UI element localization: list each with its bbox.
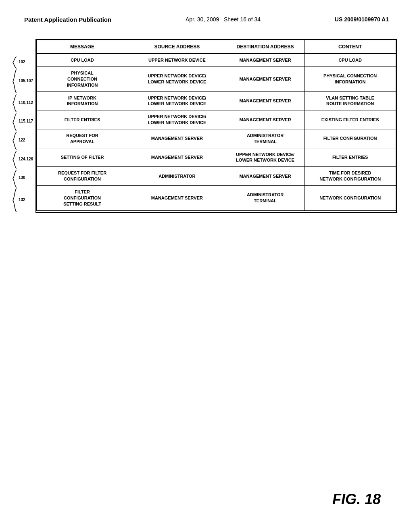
message-cell: FILTER ENTRIES: [37, 110, 128, 129]
table-row: CPU LOADUPPER NETWORK DEVICEMANAGEMENT S…: [37, 54, 396, 66]
dest-cell: MANAGEMENT SERVER: [226, 110, 304, 129]
message-cell: FILTERCONFIGURATIONSETTING RESULT: [37, 186, 128, 211]
row-number: 132: [19, 197, 25, 202]
dest-cell: MANAGEMENT SERVER: [226, 67, 304, 92]
label-entry-row-124-126: 124,126: [12, 150, 33, 169]
table-row: IP NETWORKINFORMATIONUPPER NETWORK DEVIC…: [37, 91, 396, 110]
brace-icon: [12, 131, 18, 150]
data-table-container: MESSAGE SOURCE ADDRESS DESTINATION ADDRE…: [35, 39, 397, 213]
dest-cell: MANAGEMENT SERVER: [226, 91, 304, 110]
brace-icon: [12, 188, 18, 213]
content-cell: PHYSICAL CONNECTIONINFORMATION: [305, 67, 396, 92]
source-cell: MANAGEMENT SERVER: [128, 148, 226, 167]
publication-date-sheet: Apr. 30, 2009 Sheet 16 of 34: [186, 16, 261, 23]
source-cell: UPPER NETWORK DEVICE: [128, 54, 226, 66]
message-cell: IP NETWORKINFORMATION: [37, 91, 128, 110]
message-cell: REQUEST FORAPPROVAL: [37, 129, 128, 148]
message-cell: SETTING OF FILTER: [37, 148, 128, 167]
message-cell: REQUEST FOR FILTERCONFIGURATION: [37, 167, 128, 186]
data-table: MESSAGE SOURCE ADDRESS DESTINATION ADDRE…: [36, 40, 396, 211]
table-row: FILTERCONFIGURATIONSETTING RESULTMANAGEM…: [37, 186, 396, 211]
content-cell: CPU LOAD: [305, 54, 396, 66]
row-number: 105,107: [19, 79, 33, 83]
dest-cell: ADMINISTRATORTERMINAL: [226, 186, 304, 211]
col-header-source: SOURCE ADDRESS: [128, 40, 226, 54]
content-cell: EXISTING FILTER ENTRIES: [305, 110, 396, 129]
row-labels-column: 102105,107110,112115,117122124,126130132: [12, 39, 33, 213]
content-cell: NETWORK CONFIGURATION: [305, 186, 396, 211]
source-cell: MANAGEMENT SERVER: [128, 186, 226, 211]
dest-cell: MANAGEMENT SERVER: [226, 54, 304, 66]
content-cell: FILTER CONFIGURATION: [305, 129, 396, 148]
source-cell: ADMINISTRATOR: [128, 167, 226, 186]
label-entry-row-105-107: 105,107: [12, 69, 33, 94]
table-row: REQUEST FORAPPROVALMANAGEMENT SERVERADMI…: [37, 129, 396, 148]
label-entry-row-102: 102: [12, 56, 33, 69]
label-entry-row-122: 122: [12, 131, 33, 150]
brace-icon: [12, 94, 18, 113]
row-number: 124,126: [19, 157, 33, 161]
row-number: 110,112: [19, 100, 33, 105]
content-cell: FILTER ENTRIES: [305, 148, 396, 167]
main-content-area: 102105,107110,112115,117122124,126130132…: [0, 31, 413, 229]
brace-icon: [12, 69, 18, 94]
brace-icon: [12, 169, 18, 188]
row-number: 102: [19, 60, 25, 64]
source-cell: UPPER NETWORK DEVICE/LOWER NETWORK DEVIC…: [128, 91, 226, 110]
source-cell: UPPER NETWORK DEVICE/LOWER NETWORK DEVIC…: [128, 110, 226, 129]
table-row: FILTER ENTRIESUPPER NETWORK DEVICE/LOWER…: [37, 110, 396, 129]
label-entry-row-132: 132: [12, 188, 33, 213]
row-number: 122: [19, 138, 25, 142]
row-number: 130: [19, 175, 25, 180]
message-cell: CPU LOAD: [37, 54, 128, 66]
label-entry-row-115-117: 115,117: [12, 113, 33, 132]
message-cell: PHYSICALCONNECTIONINFORMATION: [37, 67, 128, 92]
col-header-content: CONTENT: [305, 40, 396, 54]
label-entry-row-130: 130: [12, 169, 33, 188]
figure-label: FIG. 18: [332, 491, 381, 508]
source-cell: MANAGEMENT SERVER: [128, 129, 226, 148]
col-header-message: MESSAGE: [37, 40, 128, 54]
dest-cell: MANAGEMENT SERVER: [226, 167, 304, 186]
dest-cell: UPPER NETWORK DEVICE/LOWER NETWORK DEVIC…: [226, 148, 304, 167]
sheet-info: Sheet 16 of 34: [224, 16, 261, 23]
brace-icon: [12, 113, 18, 132]
col-header-destination: DESTINATION ADDRESS: [226, 40, 304, 54]
publication-number: US 2009/0109970 A1: [335, 16, 389, 23]
dest-cell: ADMINISTRATORTERMINAL: [226, 129, 304, 148]
brace-icon: [12, 56, 18, 69]
table-header-row: MESSAGE SOURCE ADDRESS DESTINATION ADDRE…: [37, 40, 396, 54]
source-cell: UPPER NETWORK DEVICE/LOWER NETWORK DEVIC…: [128, 67, 226, 92]
content-cell: VLAN SETTING TABLEROUTE INFORMATION: [305, 91, 396, 110]
pub-date: Apr. 30, 2009: [186, 16, 219, 23]
content-cell: TIME FOR DESIREDNETWORK CONFIGURATION: [305, 167, 396, 186]
table-row: PHYSICALCONNECTIONINFORMATIONUPPER NETWO…: [37, 67, 396, 92]
table-row: REQUEST FOR FILTERCONFIGURATIONADMINISTR…: [37, 167, 396, 186]
brace-icon: [12, 150, 18, 169]
label-entry-row-110-112: 110,112: [12, 94, 33, 113]
publication-title: Patent Application Publication: [24, 16, 111, 23]
table-row: SETTING OF FILTERMANAGEMENT SERVERUPPER …: [37, 148, 396, 167]
row-number: 115,117: [19, 119, 33, 123]
page-header: Patent Application Publication Apr. 30, …: [0, 0, 413, 31]
